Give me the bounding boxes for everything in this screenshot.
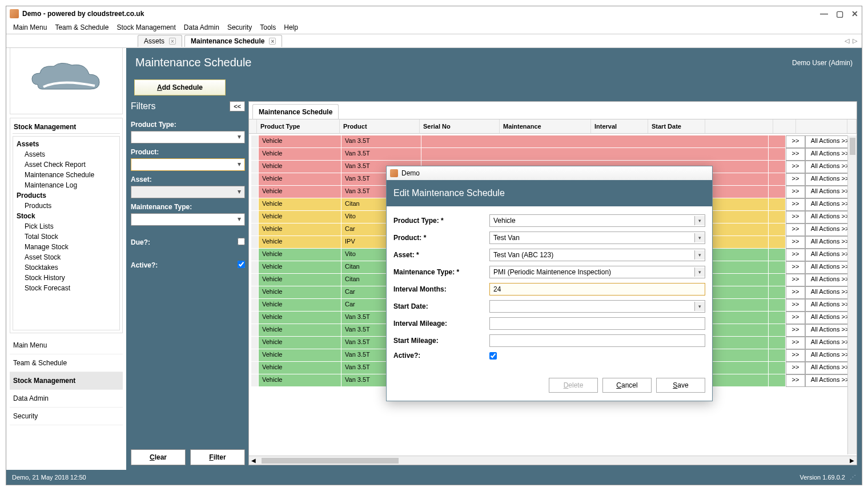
row-action-expand[interactable]: >> [786,223,805,236]
menu-data-admin[interactable]: Data Admin [180,22,223,33]
dlg-product-select[interactable]: Test Van▾ [489,231,705,244]
navlink-stock-management[interactable]: Stock Management [10,372,123,390]
nav-total-stock[interactable]: Total Stock [14,231,118,242]
dlg-start-mileage-label: Start Mileage: [393,337,489,345]
delete-button[interactable]: Delete [549,378,598,393]
dlg-active-checkbox[interactable] [489,352,497,360]
nav-asset-stock[interactable]: Asset Stock [14,252,118,262]
row-action-expand[interactable]: >> [786,261,805,274]
minimize-button[interactable]: — [820,9,828,18]
row-action-expand[interactable]: >> [786,135,805,148]
filter-active-label: Active?: [131,261,158,269]
row-action-expand[interactable]: >> [786,198,805,211]
navlink-main-menu[interactable]: Main Menu [10,337,123,354]
menu-security[interactable]: Security [224,22,255,33]
user-label: Demo User (Admin) [792,59,853,67]
menubar: Main MenuTeam & ScheduleStock Management… [6,21,862,34]
filter-maint-type-label: Maintenance Type: [131,203,245,211]
filter-product-select[interactable]: ▾ [131,158,245,171]
filter-product-label: Product: [131,148,245,156]
dlg-interval-months-input[interactable] [489,283,705,296]
row-action-expand[interactable]: >> [786,148,805,161]
sidebar-section-title: Stock Management [13,121,120,134]
horizontal-scrollbar[interactable]: ◀▶ [249,456,857,465]
save-button[interactable]: Save [656,378,705,393]
dlg-start-date-label: Start Date: [393,302,489,310]
nav-assets[interactable]: Assets [14,149,118,159]
nav-maintenance-schedule[interactable]: Maintenance Schedule [14,170,118,180]
dlg-interval-mileage-input[interactable] [489,317,705,330]
row-action-expand[interactable]: >> [786,374,805,387]
row-action-expand[interactable]: >> [786,337,805,349]
vertical-scrollbar[interactable] [847,135,857,454]
row-action-expand[interactable]: >> [786,362,805,374]
menu-stock-management[interactable]: Stock Management [113,22,179,33]
row-action-expand[interactable]: >> [786,211,805,223]
nav-manage-stock[interactable]: Manage Stock [14,242,118,252]
dlg-interval-months-label: Interval Months: [393,285,489,293]
close-tab-icon[interactable]: × [269,38,276,45]
row-action-expand[interactable]: >> [786,173,805,186]
statusbar: Demo, 21 May 2018 12:50 Version 1.69.0.2… [6,470,862,485]
filter-maint-type-select[interactable]: ▾ [131,213,245,226]
close-tab-icon[interactable]: × [169,38,176,45]
row-action-expand[interactable]: >> [786,286,805,299]
filter-asset-select[interactable]: ▾ [131,186,245,198]
resize-grip-icon: ⋰ [850,474,856,481]
dlg-start-mileage-input[interactable] [489,334,705,347]
close-button[interactable]: ✕ [851,9,858,18]
row-action-expand[interactable]: >> [786,161,805,173]
row-action-expand[interactable]: >> [786,236,805,249]
menu-team-schedule[interactable]: Team & Schedule [51,22,112,33]
clear-button[interactable]: Clear [131,449,186,465]
cancel-button[interactable]: Cancel [602,378,652,393]
filter-button[interactable]: Filter [190,449,245,465]
dlg-product-type-select[interactable]: Vehicle▾ [489,214,705,227]
status-left: Demo, 21 May 2018 12:50 [12,474,86,481]
edit-schedule-dialog: Demo Edit Maintenance Schedule Product T… [386,166,713,401]
table-row[interactable]: VehicleVan 3.5T>>All Actions >> [251,148,854,161]
tab-next[interactable]: ▷ [853,37,857,45]
filter-product-type-select[interactable]: Vehicle▾ [131,131,245,143]
dialog-header: Edit Maintenance Schedule [387,180,712,206]
collapse-filters-button[interactable]: << [230,101,245,111]
row-action-expand[interactable]: >> [786,186,805,198]
dlg-product-type-label: Product Type: * [393,217,489,225]
logo [10,40,123,114]
page-title: Maintenance Schedule [135,56,251,69]
grid-tab[interactable]: Maintenance Schedule [252,104,339,119]
row-action-expand[interactable]: >> [786,349,805,362]
add-schedule-button[interactable]: Add Schedule [134,79,226,95]
nav-asset-check-report[interactable]: Asset Check Report [14,159,118,170]
tab-prev[interactable]: ◁ [845,37,849,45]
row-action-expand[interactable]: >> [786,324,805,337]
menu-tools[interactable]: Tools [256,22,279,33]
nav-stocktakes[interactable]: Stocktakes [14,262,118,273]
nav-assets[interactable]: Assets [14,139,118,149]
navlink-security[interactable]: Security [10,408,123,425]
nav-stock-forecast[interactable]: Stock Forecast [14,283,118,293]
dlg-asset-select[interactable]: Test Van (ABC 123)▾ [489,249,705,261]
menu-help[interactable]: Help [280,22,302,33]
nav-products[interactable]: Products [14,201,118,211]
nav-stock-history[interactable]: Stock History [14,273,118,283]
row-action-expand[interactable]: >> [786,249,805,261]
row-action-expand[interactable]: >> [786,299,805,312]
dlg-start-date-select[interactable]: ▾ [489,300,705,313]
row-action-expand[interactable]: >> [786,274,805,286]
nav-maintenance-log[interactable]: Maintenance Log [14,180,118,190]
table-row[interactable]: VehicleVan 3.5T>>All Actions >> [251,135,854,148]
doctab-assets[interactable]: Assets× [138,35,182,47]
menu-main-menu[interactable]: Main Menu [10,22,50,33]
filter-due-checkbox[interactable] [238,238,245,245]
filter-active-checkbox[interactable] [238,261,245,268]
navlink-data-admin[interactable]: Data Admin [10,390,123,408]
maximize-button[interactable]: ▢ [836,9,843,18]
nav-pick-lists[interactable]: Pick Lists [14,221,118,231]
nav-stock[interactable]: Stock [14,211,118,221]
nav-products[interactable]: Products [14,190,118,201]
doctab-maintenance-schedule[interactable]: Maintenance Schedule× [184,35,282,47]
navlink-team-schedule[interactable]: Team & Schedule [10,354,123,372]
row-action-expand[interactable]: >> [786,312,805,324]
dlg-maint-type-select[interactable]: PMI (Periodic Maintenence Inspection)▾ [489,266,705,278]
